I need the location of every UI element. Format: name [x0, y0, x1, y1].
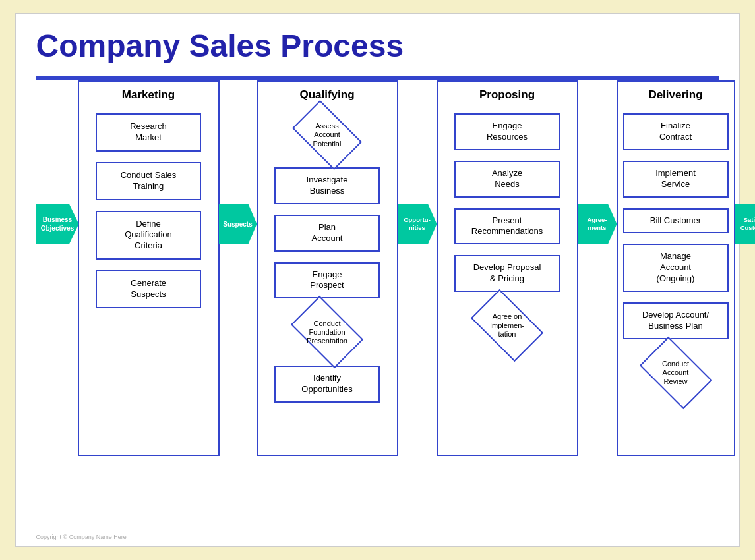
proposing-column: Proposing EngageResources AnalyzeNeeds P…: [437, 80, 578, 456]
delivering-header: Delivering: [623, 86, 729, 108]
proposing-header: Proposing: [443, 86, 572, 108]
proc-generate-suspects: GenerateSuspects: [96, 270, 201, 308]
proc-engage-resources: EngageResources: [454, 113, 560, 150]
proc-conduct-sales-training: Conduct SalesTraining: [96, 162, 201, 200]
opportunities-arrow: Opportu-nities: [398, 204, 437, 244]
suspects-arrow: Suspects: [219, 204, 257, 244]
qualifying-column: Qualifying AssessAccountPotential Invest…: [257, 80, 398, 456]
proc-define-qualification: DefineQualificationCriteria: [96, 211, 201, 260]
marketing-header: Marketing: [84, 86, 213, 108]
start-arrow: BusinessObjectives: [36, 204, 79, 244]
proc-investigate-business: InvestigateBusiness: [274, 167, 380, 204]
footer-text: Copyright © Company Name Here: [36, 534, 127, 540]
proc-implement-service: ImplementService: [623, 161, 729, 198]
proc-analyze-needs: AnalyzeNeeds: [454, 161, 560, 198]
proc-plan-account: PlanAccount: [274, 215, 380, 252]
proc-identify-opportunities: IdentifyOpportunities: [274, 366, 380, 403]
qualifying-header: Qualifying: [263, 86, 392, 108]
proc-develop-proposal: Develop Proposal& Pricing: [454, 255, 560, 292]
proc-develop-account-plan: Develop Account/Business Plan: [623, 302, 729, 339]
proc-research-market: ResearchMarket: [96, 113, 201, 152]
marketing-column: Marketing ResearchMarket Conduct SalesTr…: [78, 80, 220, 456]
proc-engage-prospect: EngageProspect: [274, 262, 380, 299]
agreements-arrow: Agree-ments: [578, 204, 617, 244]
satisfied-customers-arrow: SatisfiedCustomers: [735, 204, 756, 244]
slide-title: Company Sales Process: [36, 28, 719, 64]
proc-bill-customer: Bill Customer: [623, 208, 729, 234]
slide: Company Sales Process BusinessObjectives…: [15, 13, 740, 547]
proc-manage-account: ManageAccount(Ongoing): [623, 244, 729, 292]
delivering-column: Delivering FinalizeContract ImplementSer…: [617, 80, 735, 456]
proc-present-recommendations: PresentRecommendations: [454, 208, 560, 245]
proc-finalize-contract: FinalizeContract: [623, 113, 729, 150]
